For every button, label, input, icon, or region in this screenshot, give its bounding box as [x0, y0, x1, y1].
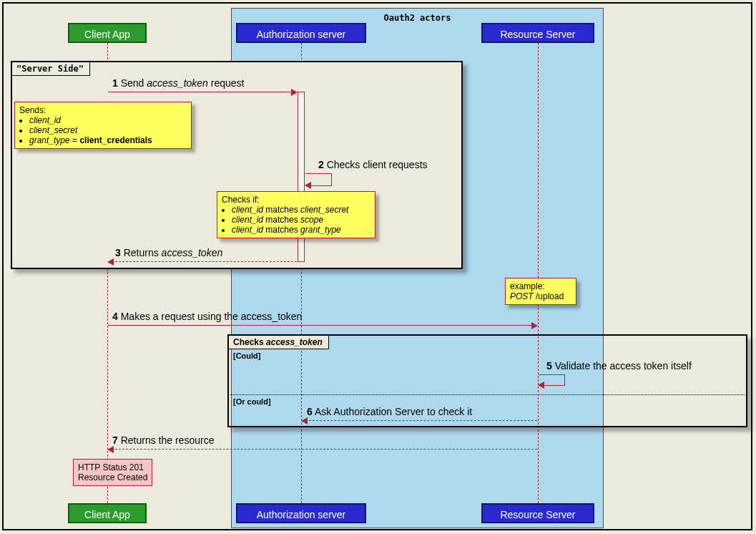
fragment-divider: [230, 394, 745, 395]
msg-1-pre: Send: [118, 77, 147, 89]
actor-client-bottom: Client App: [68, 503, 147, 523]
msg-5-label: 5 Validate the access token itself: [546, 360, 692, 372]
nc2c: scope: [300, 215, 323, 225]
fragment-server-side-label: "Server Side": [12, 62, 90, 76]
msg-4-num: 4: [112, 311, 118, 322]
nc1b: matches: [263, 205, 300, 215]
guard-could: [Could]: [233, 351, 260, 360]
arrow-5-head: [538, 382, 544, 389]
msg-1-num: 1: [112, 77, 118, 89]
arrow-6: [302, 420, 537, 421]
msg-2-label: 2 Checks client requests: [318, 159, 428, 170]
arrow-3: [108, 261, 297, 262]
nc1c: client_secret: [300, 205, 348, 215]
note-sends-title: Sends:: [19, 105, 187, 115]
msg-4-text: Makes a request using the access_token: [118, 311, 303, 322]
arrow-4: [108, 325, 537, 326]
msg-7-label: 7 Returns the resource: [112, 435, 214, 446]
actor-auth-bottom: Authorization server: [236, 503, 366, 523]
arrow-3-head: [107, 258, 114, 266]
note-result: HTTP Status 201 Resource Created: [73, 459, 152, 486]
msg-2-text: Checks client requests: [324, 159, 428, 170]
msg-7-text: Returns the resource: [118, 435, 215, 446]
arrow-7: [108, 449, 537, 450]
nc1a: client_id: [232, 205, 263, 215]
actor-resource-bottom: Resource Server: [481, 503, 594, 523]
msg-6-num: 6: [307, 406, 313, 417]
msg-6-label: 6 Ask Authorization Server to check it: [307, 406, 472, 417]
msg-1-label: 1 Send access_token request: [112, 77, 244, 89]
fct-em: access_token: [266, 337, 323, 347]
note-sends: Sends: client_id client_secret grant_typ…: [14, 102, 192, 149]
msg-3-pre: Returns: [121, 247, 162, 258]
nc2b: matches: [263, 215, 300, 225]
msg-2-num: 2: [318, 159, 324, 170]
fragment-checks-token-label: Checks access_token: [229, 336, 329, 349]
note-example-l2b: /upload: [534, 291, 564, 301]
lifeline-resource: [538, 43, 539, 503]
diagram-frame: Oauth2 actors Client App Authorization s…: [2, 2, 752, 530]
actor-resource-top: Resource Server: [481, 23, 594, 43]
msg-3-label: 3 Returns access_token: [115, 247, 222, 258]
arrow-5-self: [539, 374, 565, 386]
nc3a: client_id: [232, 225, 263, 235]
msg-3-num: 3: [115, 247, 121, 258]
note-checks-title: Checks if:: [222, 195, 370, 205]
nc2a: client_id: [232, 215, 263, 225]
fct-pre: Checks: [233, 337, 266, 347]
arrow-2-self: [305, 173, 332, 186]
note-example-l1: example:: [510, 281, 571, 291]
arrow-1: [108, 92, 297, 92]
note-sends-i1: client_id: [29, 115, 61, 125]
arrow-4-head: [531, 322, 538, 329]
note-example-l2a: POST: [510, 291, 534, 301]
oauth2-group-title: Oauth2 actors: [384, 13, 451, 23]
msg-6-text: Ask Authorization Server to check it: [313, 406, 472, 417]
msg-1-post: request: [208, 77, 245, 89]
note-sends-i3a: grant_type: [29, 135, 70, 145]
actor-auth-top: Authorization server: [236, 23, 366, 43]
note-checks: Checks if: client_id matches client_secr…: [217, 191, 375, 238]
note-sends-i3c: client_credentials: [79, 135, 152, 145]
note-sends-i3b: =: [70, 135, 80, 145]
arrow-6-head: [301, 417, 308, 424]
guard-or-could: [Or could]: [233, 397, 271, 406]
arrow-2-head: [305, 182, 311, 189]
msg-3-em: access_token: [162, 247, 223, 258]
arrow-1-head: [291, 89, 298, 96]
arrow-7-head: [107, 446, 114, 453]
msg-7-num: 7: [112, 435, 118, 446]
msg-5-text: Validate the access token itself: [552, 360, 692, 372]
nc3b: matches: [263, 225, 300, 235]
fragment-checks-token: Checks access_token [Could] [Or could]: [227, 334, 747, 427]
nc3c: grant_type: [300, 225, 341, 235]
note-example: example: POST /upload: [505, 278, 576, 305]
note-result-l1: HTTP Status 201: [78, 462, 147, 472]
msg-1-em: access_token: [147, 77, 208, 89]
note-sends-i2: client_secret: [29, 125, 77, 135]
actor-client-top: Client App: [68, 23, 147, 43]
msg-4-label: 4 Makes a request using the access_token: [112, 311, 302, 322]
note-result-l2: Resource Created: [78, 472, 147, 482]
msg-5-num: 5: [546, 360, 552, 372]
